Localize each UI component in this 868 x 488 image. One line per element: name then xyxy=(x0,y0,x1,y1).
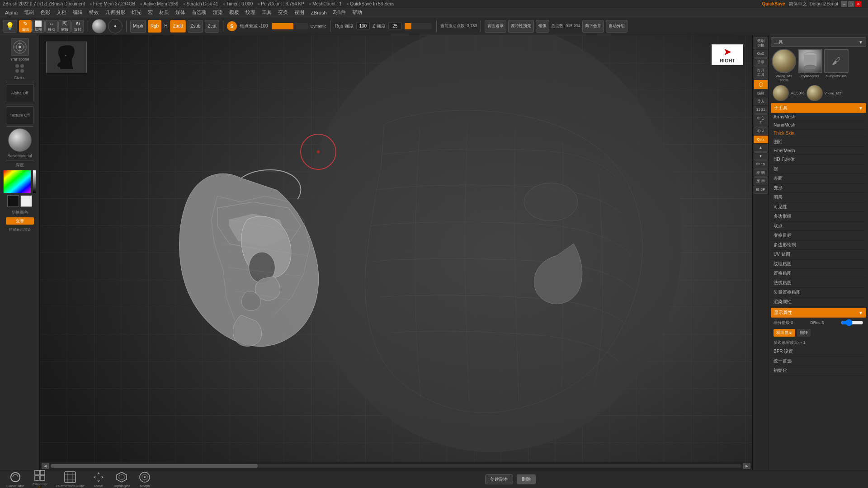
alpha-off-btn[interactable]: Alpha Off xyxy=(6,84,34,102)
lamp-icon[interactable]: 💡 xyxy=(3,20,17,33)
menu-color[interactable]: 色彩 xyxy=(37,9,53,16)
rgb-intensity-value[interactable]: 100 xyxy=(356,23,370,29)
color-slider[interactable] xyxy=(33,170,36,193)
displacement-map-item[interactable]: 置换贴图 xyxy=(771,269,866,278)
morph-btn[interactable]: Mrph xyxy=(130,20,146,33)
simplebrush-tool[interactable]: 🖌 SimpleBrush xyxy=(824,49,849,82)
strip-open-tool[interactable]: 打开工具 xyxy=(754,66,768,79)
zadd-btn[interactable]: Zadd xyxy=(170,20,186,33)
merge-down-btn[interactable]: 向下合并 xyxy=(582,20,604,33)
viking-m2-small2[interactable] xyxy=(807,85,823,101)
array-mesh-item[interactable]: ArrayMesh xyxy=(771,113,866,121)
top-right-quicksave[interactable]: QuickSave xyxy=(762,1,785,6)
back-label-item[interactable]: 图回 xyxy=(771,137,866,147)
z-intensity-value[interactable]: 25 xyxy=(388,23,402,29)
uv-map-item[interactable]: UV 贴图 xyxy=(771,250,866,259)
viking-m2-small[interactable] xyxy=(773,85,789,101)
vector-displace-item[interactable]: 矢量置换贴图 xyxy=(771,288,866,297)
menu-zplugin[interactable]: Z插件 xyxy=(330,9,349,16)
move-item[interactable]: 摆 xyxy=(771,164,866,174)
menu-render[interactable]: 渲染 xyxy=(210,9,226,16)
strip-subchapter[interactable]: 子章 xyxy=(754,58,768,66)
menu-document[interactable]: 文档 xyxy=(53,9,70,16)
bpr-settings-item[interactable]: BPR 设置 xyxy=(771,347,866,357)
menu-brush[interactable]: 笔刷 xyxy=(21,9,37,16)
surface-item[interactable]: 表面 xyxy=(771,174,866,183)
retarget-item[interactable]: 变换目标 xyxy=(771,231,866,240)
strip-heart-z[interactable]: 心 Z xyxy=(754,127,768,135)
edit-btn[interactable]: ✎编辑 xyxy=(19,20,32,33)
draw-btn[interactable]: ⬜绘图 xyxy=(32,20,45,33)
menu-texture[interactable]: 纹理 xyxy=(242,9,259,16)
win-minimize-btn[interactable]: ─ xyxy=(841,1,847,7)
morph-tool[interactable]: Morph xyxy=(136,470,154,488)
menu-transform[interactable]: 变换 xyxy=(275,9,291,16)
color-picker[interactable] xyxy=(3,170,31,193)
back-face-btn[interactable]: 背面遮罩 xyxy=(485,20,506,33)
rgb-btn[interactable]: Rgb xyxy=(148,20,161,33)
edges-item[interactable]: 取点 xyxy=(771,221,866,231)
zsub-btn[interactable]: Zsub xyxy=(188,20,203,33)
strip-level[interactable]: 31 31 xyxy=(754,106,768,114)
toggle-btn[interactable]: 翻转 xyxy=(797,329,811,337)
menu-fx[interactable]: 特效 xyxy=(86,9,102,16)
texture-off-btn[interactable]: Texture Off xyxy=(6,106,34,124)
menu-geometry[interactable]: 几何图形 xyxy=(102,9,128,16)
menu-stencil[interactable]: 模板 xyxy=(226,9,242,16)
nano-mesh-item[interactable]: NanoMesh xyxy=(771,121,866,129)
tools-header[interactable]: 工具 ▼ xyxy=(771,37,866,47)
subtool-header[interactable]: 子工具 ▼ xyxy=(771,103,866,113)
move-btn[interactable]: ↔移动 xyxy=(45,20,58,33)
menu-help[interactable]: 帮助 xyxy=(349,9,365,16)
fiber-mesh-item[interactable]: FiberMesh xyxy=(771,147,866,155)
transpose-tool[interactable]: Transpose xyxy=(10,38,29,61)
dual-view-btn[interactable]: 双面显示 xyxy=(774,329,795,337)
strip-qviz[interactable]: Qviz xyxy=(754,136,768,144)
create-mesh-btn[interactable]: 创建副本 xyxy=(485,474,513,484)
res-slider[interactable] xyxy=(841,319,863,326)
auto-groups-btn[interactable]: 自动分组 xyxy=(606,20,627,33)
focal-bar[interactable] xyxy=(272,23,308,29)
brush-preview[interactable] xyxy=(92,19,106,33)
normal-map-item[interactable]: 法线贴图 xyxy=(771,278,866,288)
layers2-item[interactable]: 图层 xyxy=(771,193,866,202)
scale-btn[interactable]: ⇱缩放 xyxy=(58,20,71,33)
strip-link2p[interactable]: 链 2P xyxy=(754,186,768,194)
texture-map-item[interactable]: 纹理贴图 xyxy=(771,259,866,269)
optimize-item[interactable]: 初始化 xyxy=(771,366,866,375)
brush-settings-btn[interactable]: ● xyxy=(108,19,123,33)
z-intensity-bar[interactable] xyxy=(405,23,432,29)
move-tool[interactable]: Move xyxy=(90,470,108,488)
thick-skin-item[interactable]: Thick Skin xyxy=(771,129,866,137)
topologica-tool[interactable]: Topologica xyxy=(110,470,133,488)
win-maximize-btn[interactable]: □ xyxy=(848,1,854,7)
menu-material[interactable]: 材质 xyxy=(156,9,172,16)
curvetube-tool[interactable]: CurveTube xyxy=(4,470,27,488)
menu-alpha[interactable]: Alpha xyxy=(2,9,21,16)
strip-down[interactable]: ▼ xyxy=(754,152,768,160)
menu-lights[interactable]: 灯光 xyxy=(128,9,145,16)
display-props-header[interactable]: 显示属性 ▼ xyxy=(771,308,866,318)
strip-geo[interactable]: ⬡ xyxy=(754,80,768,89)
s-btn[interactable]: S xyxy=(227,21,237,31)
timeline-track[interactable] xyxy=(51,464,741,468)
top-right-locale[interactable]: 简体中文 xyxy=(789,1,807,7)
menu-edit[interactable]: 编辑 xyxy=(70,9,86,16)
strip-mid19[interactable]: 中 19 xyxy=(754,160,768,169)
delete-btn[interactable]: 删除 xyxy=(517,474,536,484)
zmodeler-tool[interactable]: ZModeler 1 xyxy=(29,468,50,488)
visibility-item[interactable]: 可见性 xyxy=(771,202,866,212)
top-right-layout[interactable]: DefaultZScript xyxy=(810,1,838,6)
unify-item[interactable]: 统一首选 xyxy=(771,357,866,366)
menu-media[interactable]: 媒体 xyxy=(172,9,189,16)
zremesher-tool[interactable]: ZRemesherGuide xyxy=(53,470,87,488)
white-swatch[interactable] xyxy=(20,195,32,207)
menu-tool[interactable]: 工具 xyxy=(259,9,275,16)
morph-targets-item[interactable]: 变形 xyxy=(771,183,866,193)
cylinder3d-tool[interactable]: Cylinder3D xyxy=(798,49,822,82)
material-preview[interactable] xyxy=(8,128,32,152)
render-props-item[interactable]: 渲染属性 xyxy=(771,297,866,307)
timeline-next[interactable]: ▶ xyxy=(743,463,750,469)
hd-geometry-item[interactable]: HD 几何体 xyxy=(771,155,866,164)
strip-brush-switch[interactable]: 笔刷切换 xyxy=(754,37,768,49)
